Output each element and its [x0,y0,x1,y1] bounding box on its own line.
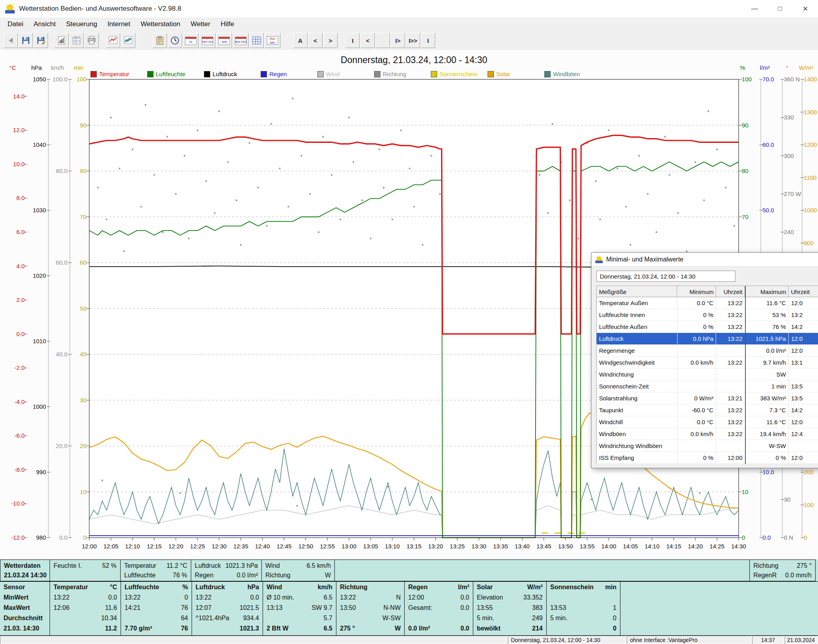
minmax-cell: 13:22 [716,357,745,369]
minmax-cell: 13:1 [789,357,818,369]
minmax-col-uhrzeit-2[interactable]: Uhrzeit [716,286,745,298]
minmax-row-windrichtung-windboen[interactable]: Windrichtung WindböenW-SW [597,440,818,452]
minmax-values-icon: MaxMin [266,35,279,46]
minmax-cell: 13:22 [716,309,745,321]
menu-item-internet[interactable]: Internet [102,19,136,30]
chart-multi-button[interactable] [121,33,135,48]
menu-item-datei[interactable]: Datei [2,19,29,30]
scroll-right-button[interactable]: > [323,33,338,48]
close-button[interactable]: ✕ [793,0,818,17]
minmax-row-windboen[interactable]: Windböen0.0 km/h13:2219.4 km/h12:4 [597,428,818,440]
scroll-left-button[interactable]: < [308,33,323,48]
svg-text:10.0: 10.0 [13,161,25,167]
current-values-strip: Wetterdaten21.03.24 14:30Feuchte I.52 %T… [0,559,818,581]
view-year-button[interactable]: JAN DEC [233,33,249,48]
menu-item-wetter[interactable]: Wetter [185,19,215,30]
minmax-cell: Taupunkt [597,404,678,416]
minmax-col-uhrzeit-4[interactable]: Uhrzeit [789,286,818,298]
minmax-row-luftfeuchte-innen[interactable]: Luftfeuchte Innen0 %13:2253 %13:2 [597,309,818,321]
chart-document-button[interactable] [54,33,69,48]
go-last-button[interactable]: I [421,33,435,48]
minmax-row-iss-empfang[interactable]: ISS Empfang0 %12:000 %12:0 [597,452,818,464]
minmax-cell: 13:22 [716,404,745,416]
minmax-col-messgrosse-0[interactable]: Meßgröße [597,286,678,298]
minmax-row-luftfeuchte-aussen[interactable]: Luftfeuchte Außen0 %13:2276 %14:2 [597,321,818,333]
step-forward-button[interactable]: I> [391,33,405,48]
save-as-button[interactable] [34,33,48,48]
minmax-cell: Luftdruck [597,333,678,345]
minmax-row-taupunkt[interactable]: Taupunkt-60.0 °C13:227.3 °C14:2 [597,404,818,416]
go-first-button[interactable]: I [346,33,360,48]
svg-text:80: 80 [742,167,749,174]
window-titlebar[interactable]: Wetterstation Bedien- und Auswertesoftwa… [0,0,818,18]
minmax-cell: 0 % [745,452,789,464]
svg-text:1040: 1040 [33,141,46,148]
period-combo[interactable]: Donnerstag, 21.03.24, 12:00 - 14:30 [596,271,735,282]
step-back-button[interactable] [376,33,390,48]
summary-col-header: Temperatur°C [54,582,117,592]
menu-item-wetterstation[interactable]: Wetterstation [136,19,186,30]
summary-col-unit: hPa [248,584,259,591]
svg-text:14.0: 14.0 [13,93,25,100]
fast-forward-button[interactable]: I>> [406,33,420,48]
summary-col-header: Windkm/h [267,582,332,592]
summary-cell: 1021.3 [196,623,259,634]
save-button[interactable] [19,33,33,48]
minmax-row-regenmenge[interactable]: Regenmenge0.0 l/m²12:0 [597,345,818,357]
auto-scale-icon: A [298,37,303,44]
chart-single-button[interactable] [106,33,120,48]
svg-text:13:40: 13:40 [515,543,530,550]
minmax-cell: 1 min [745,381,789,392]
fast-back-button[interactable]: < [361,33,375,48]
report-button[interactable] [69,33,84,48]
menu-item-steuerung[interactable]: Steuerung [61,19,102,30]
summary-filler [620,582,818,635]
summary-col-title: Solar [477,584,493,591]
summary-cell: 64 [125,613,188,623]
svg-text:-4.0: -4.0 [14,398,25,405]
minmax-cell: Windrichtung Windböen [597,440,678,452]
back-button[interactable] [4,33,18,48]
svg-text:80: 80 [80,167,86,174]
minmax-cell [677,345,716,357]
view-month-button[interactable]: JAN [216,33,232,48]
minmax-values-button[interactable]: MaxMin [265,33,280,48]
minmax-row-windchill[interactable]: Windchill0.0 °C13:2211.6 °C12:0 [597,416,818,428]
summary-cell-value: 33.352 [523,594,543,601]
summary-cell [550,592,616,603]
minmax-row-sonnenschein-zeit[interactable]: Sonnenschein-Zeit1 min13:5 [597,381,818,392]
summary-cell-value: 934.4 [243,615,259,622]
minmax-row-windgeschwindigkeit[interactable]: Windgeschwindigkeit0.0 km/h13:229.7 km/h… [597,357,818,369]
view-day-button[interactable]: 31 [183,33,199,48]
summary-cell: 14:2176 [125,603,188,613]
minmax-dialog-titlebar[interactable]: Minimal- und Maximalwerte [591,253,818,267]
svg-text:100: 100 [804,502,814,508]
minmax-col-minimum-1[interactable]: Minimum [677,286,716,298]
clipboard-button[interactable] [153,33,167,48]
svg-text:40.0: 40.0 [56,351,67,358]
maximize-button[interactable]: □ [767,0,793,17]
chart-multi-icon [123,35,133,46]
data-table-button[interactable] [250,33,264,48]
status-segment-4: 21.03.2024 [785,636,817,644]
minmax-cell: -60.0 °C [677,404,716,416]
view-week-button[interactable]: MO-SU [200,33,215,48]
menu-item-hilfe[interactable]: Hilfe [215,19,239,30]
time-window-button[interactable] [168,33,182,48]
minmax-row-solarstrahlung[interactable]: Solarstrahlung0 W/m²13:21383 W/m²13:5 [597,392,818,404]
print-button[interactable] [84,33,99,48]
minmax-col-maximum-3[interactable]: Maximum [745,286,789,298]
minmax-row-luftdruck[interactable]: Luftdruck0.0 hPa13:221021.5 hPa12:0 [597,333,818,345]
minmax-row-windrichtung[interactable]: WindrichtungSW [597,369,818,381]
minmax-row-temperatur-aussen[interactable]: Temperatur Außen0.0 °C13:2211.6 °C12:0 [597,297,818,309]
svg-text:0: 0 [83,534,86,541]
summary-cell-left: 5 min. [550,615,568,622]
auto-scale-button[interactable]: A [293,33,307,48]
svg-text:20.0: 20.0 [56,442,67,449]
summary-cell-left: 0.0 l/m² [408,625,430,632]
info-label: RegenR [753,572,777,579]
svg-text:200: 200 [804,469,814,475]
menu-item-ansicht[interactable]: Ansicht [29,19,61,30]
svg-text:12:40: 12:40 [255,543,270,550]
minimize-button[interactable]: — [742,0,767,17]
